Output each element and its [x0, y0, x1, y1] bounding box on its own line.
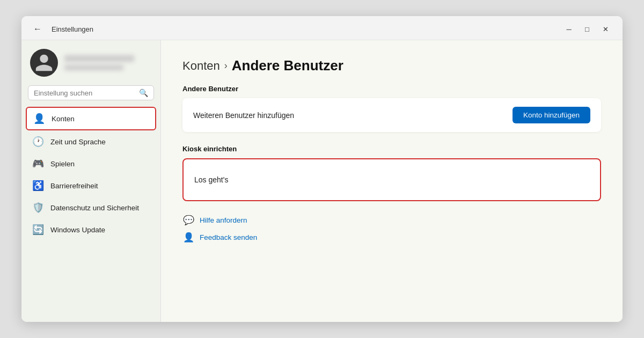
kiosk-label: Los geht's: [194, 175, 228, 184]
help-link-label-feedback: Feedback senden: [200, 233, 257, 241]
kiosk-card[interactable]: Los geht's: [182, 158, 601, 201]
search-input[interactable]: [34, 89, 136, 97]
kiosk-section: Kiosk einrichten Los geht's: [182, 145, 601, 201]
sidebar: 🔍 👤 Konten 🕐 Zeit und Sprache 🎮 Spielen …: [21, 40, 161, 322]
sidebar-item-label-konten: Konten: [52, 115, 75, 123]
help-link-hilfe[interactable]: 💬 Hilfe anfordern: [182, 214, 601, 226]
spielen-icon: 🎮: [32, 158, 44, 170]
profile-section: [21, 49, 160, 85]
sidebar-item-datenschutz[interactable]: 🛡️ Datenschutz und Sicherheit: [26, 197, 156, 218]
help-section: 💬 Hilfe anfordern 👤 Feedback senden: [182, 214, 601, 243]
sidebar-item-label-barrierefreiheit: Barrierefreiheit: [50, 182, 98, 190]
titlebar-title: Einstellungen: [52, 25, 93, 33]
datenschutz-icon: 🛡️: [32, 202, 44, 214]
search-box[interactable]: 🔍: [28, 85, 154, 100]
profile-name: [64, 55, 134, 62]
sidebar-item-update[interactable]: 🔄 Windows Update: [26, 219, 156, 240]
andere-benutzer-title: Andere Benutzer: [182, 85, 601, 93]
minimize-button[interactable]: ─: [560, 21, 577, 36]
feedback-icon: 👤: [182, 231, 194, 243]
kiosk-title: Kiosk einrichten: [182, 145, 601, 153]
sidebar-item-konten[interactable]: 👤 Konten: [26, 107, 156, 130]
hilfe-icon: 💬: [182, 214, 194, 226]
sidebar-item-label-datenschutz: Datenschutz und Sicherheit: [50, 204, 139, 212]
profile-info: [64, 55, 152, 70]
help-link-feedback[interactable]: 👤 Feedback senden: [182, 231, 601, 243]
sidebar-item-label-update: Windows Update: [50, 226, 105, 234]
close-button[interactable]: ✕: [597, 21, 614, 36]
konten-icon: 👤: [33, 113, 45, 124]
titlebar-controls: ─ □ ✕: [560, 21, 614, 36]
content-area: 🔍 👤 Konten 🕐 Zeit und Sprache 🎮 Spielen …: [21, 40, 623, 322]
sidebar-item-label-zeit: Zeit und Sprache: [50, 138, 106, 146]
update-icon: 🔄: [32, 224, 44, 236]
breadcrumb-separator: ›: [224, 60, 228, 71]
breadcrumb-current: Andere Benutzer: [232, 57, 343, 74]
profile-email: [64, 65, 123, 70]
breadcrumb: Konten › Andere Benutzer: [182, 57, 601, 74]
help-link-label-hilfe: Hilfe anfordern: [200, 216, 247, 224]
back-button[interactable]: ←: [30, 23, 45, 35]
titlebar: ← Einstellungen ─ □ ✕: [21, 16, 623, 40]
nav-items: 👤 Konten 🕐 Zeit und Sprache 🎮 Spielen ♿ …: [21, 105, 160, 243]
main-panel: Konten › Andere Benutzer Andere Benutzer…: [161, 40, 623, 322]
konto-hinzufuegen-button[interactable]: Konto hinzufügen: [513, 107, 590, 123]
barrierefreiheit-icon: ♿: [32, 180, 44, 192]
settings-window: ← Einstellungen ─ □ ✕: [21, 16, 623, 322]
titlebar-left: ← Einstellungen: [30, 23, 93, 35]
add-user-card: Weiteren Benutzer hinzufügen Konto hinzu…: [182, 98, 601, 132]
add-user-label: Weiteren Benutzer hinzufügen: [193, 111, 294, 120]
maximize-button[interactable]: □: [579, 21, 596, 36]
sidebar-item-label-spielen: Spielen: [50, 160, 75, 168]
avatar: [30, 49, 58, 77]
sidebar-item-barrierefreiheit[interactable]: ♿ Barrierefreiheit: [26, 175, 156, 196]
breadcrumb-parent: Konten: [182, 59, 220, 73]
search-icon: 🔍: [139, 89, 148, 97]
avatar-icon: [34, 53, 54, 73]
sidebar-item-zeit[interactable]: 🕐 Zeit und Sprache: [26, 131, 156, 152]
sidebar-item-spielen[interactable]: 🎮 Spielen: [26, 153, 156, 174]
zeit-icon: 🕐: [32, 136, 44, 148]
